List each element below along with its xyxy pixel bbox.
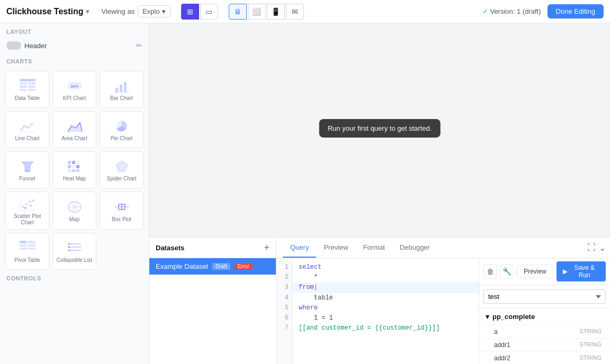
field-type-addr2: STRING	[579, 354, 602, 362]
query-editor[interactable]: 1 2 3 4 5 6 7 select * from| table whe	[276, 258, 479, 364]
data-table-icon	[19, 78, 36, 93]
play-icon: ▶	[563, 268, 568, 275]
svg-rect-24	[68, 169, 71, 172]
app-title: Clickhouse Testing ▾	[6, 7, 89, 16]
chart-item-pie[interactable]: Pie Chart	[100, 111, 143, 148]
svg-rect-0	[20, 79, 35, 81]
collapse-button[interactable]: ⌄	[599, 243, 606, 253]
tab-format[interactable]: Format	[356, 238, 392, 258]
version-label: ✓ Version: 1 (draft)	[482, 7, 541, 15]
chart-item-kpi[interactable]: KPI KPI Chart	[52, 71, 96, 108]
mobile-view-btn[interactable]: 📱	[267, 4, 285, 20]
delete-button[interactable]: 🗑	[483, 264, 497, 279]
settings-button[interactable]: 🔧	[500, 264, 513, 279]
kpi-chart-label: KPI Chart	[63, 95, 86, 102]
code-content[interactable]: select * from| table where 1 = 1 [[and c…	[292, 258, 479, 364]
desktop-view-btn[interactable]: ⊞	[181, 4, 199, 20]
header-edit-button[interactable]: ✏	[136, 41, 142, 50]
svg-point-30	[22, 206, 24, 208]
chart-item-scatter[interactable]: Scatter Plot Chart	[5, 192, 49, 230]
chart-item-area[interactable]: Area Chart	[52, 111, 96, 148]
explo-dropdown[interactable]: Explo ▾	[138, 5, 171, 17]
sidebar: Layout Header ✏ Charts D	[0, 23, 149, 364]
schema-panel: ▾ pp_complete a STRING addr1 STRING ad	[479, 308, 610, 364]
chart-item-pivot[interactable]: Pivot Table	[5, 233, 49, 270]
svg-rect-52	[28, 248, 35, 250]
svg-rect-51	[20, 248, 26, 250]
pie-chart-icon	[113, 119, 130, 133]
svg-point-32	[24, 207, 26, 209]
dataset-badge-draft: Draft	[212, 263, 230, 270]
line-chart-icon	[19, 119, 36, 133]
device-toggle-group: 🖥 ⬜ 📱 ✉	[229, 4, 304, 20]
query-tabs: Query Preview Format Debugger	[276, 238, 587, 258]
svg-rect-20	[76, 161, 79, 164]
explo-chevron-icon: ▾	[162, 7, 166, 15]
save-run-button[interactable]: ▶ Save & Run	[557, 261, 606, 281]
chart-item-map[interactable]: Map	[52, 192, 96, 230]
bar-chart-icon	[113, 78, 130, 93]
tab-debugger[interactable]: Debugger	[392, 238, 437, 258]
field-name-addr2: addr2	[494, 354, 510, 362]
empty-state-message: Run your first query to get started.	[319, 119, 441, 138]
tablet-view-btn[interactable]: ⬜	[248, 4, 266, 20]
tab-query[interactable]: Query	[283, 238, 316, 258]
main-content: Run your first query to get started. Dat…	[149, 23, 610, 364]
header-toggle-switch[interactable]	[6, 41, 21, 50]
svg-rect-21	[68, 165, 71, 168]
svg-rect-3	[20, 86, 27, 88]
schema-row-addr2: addr2 STRING	[479, 351, 610, 364]
schema-row-a: a STRING	[479, 325, 610, 338]
svg-rect-4	[28, 86, 35, 88]
bar-chart-label: Bar Chart	[110, 95, 133, 102]
svg-rect-49	[20, 244, 26, 247]
spider-chart-icon	[113, 159, 130, 174]
datasets-title: Datasets	[156, 244, 184, 252]
field-name-a: a	[494, 328, 498, 335]
title-chevron-icon[interactable]: ▾	[86, 8, 89, 15]
dropdown-row: test	[479, 285, 610, 308]
chart-item-collapsible[interactable]: Collapsible List	[52, 233, 96, 270]
viewing-as-label: Viewing as Explo ▾	[102, 5, 171, 17]
schema-group-header[interactable]: ▾ pp_complete	[479, 308, 610, 325]
collapsible-list-icon	[66, 240, 83, 255]
line-chart-label: Line Chart	[15, 135, 39, 142]
charts-section-title: Charts	[0, 53, 149, 68]
add-dataset-button[interactable]: +	[264, 243, 270, 252]
top-bar: Clickhouse Testing ▾ Viewing as Explo ▾ …	[0, 0, 610, 23]
expand-button[interactable]: ⛶	[587, 243, 596, 252]
pivot-table-icon	[19, 240, 36, 255]
preview-button[interactable]: Preview	[517, 265, 553, 278]
split-view-btn[interactable]: ▭	[200, 4, 218, 20]
bottom-panel: Datasets + Query Preview Format Debugger…	[149, 237, 610, 364]
pie-chart-label: Pie Chart	[111, 135, 133, 142]
chart-item-spider[interactable]: Spider Chart	[100, 151, 143, 188]
canvas-area[interactable]: Run your first query to get started.	[149, 23, 610, 237]
header-toggle[interactable]: Header	[6, 41, 47, 50]
chart-item-funnel[interactable]: Funnel	[5, 151, 49, 188]
svg-rect-47	[20, 241, 26, 243]
collapsible-list-label: Collapsible List	[57, 257, 92, 263]
svg-text:KPI: KPI	[71, 84, 78, 89]
svg-marker-16	[21, 161, 34, 170]
schema-dropdown[interactable]: test	[483, 289, 606, 304]
chart-item-heatmap[interactable]: Heat Map	[52, 151, 96, 188]
done-editing-button[interactable]: Done Editing	[548, 4, 604, 19]
chart-item-bar[interactable]: Bar Chart	[100, 71, 143, 108]
chart-item-data-table[interactable]: Data Table	[5, 71, 49, 108]
monitor-view-btn[interactable]: 🖥	[229, 4, 247, 20]
header-row: Header ✏	[0, 38, 149, 53]
dataset-item-example[interactable]: Example Dataset Draft Error	[149, 258, 276, 275]
email-view-btn[interactable]: ✉	[286, 4, 304, 20]
svg-rect-48	[28, 241, 35, 243]
right-panel-toolbar: 🗑 🔧 Preview ▶ Save & Run	[479, 258, 610, 285]
scatter-chart-label: Scatter Plot Chart	[8, 213, 47, 226]
controls-section-title: Controls	[0, 273, 149, 285]
chart-item-line[interactable]: Line Chart	[5, 111, 49, 148]
schema-row-addr1: addr1 STRING	[479, 338, 610, 351]
dataset-name: Example Dataset	[156, 262, 208, 270]
heatmap-icon	[66, 159, 83, 174]
tab-preview[interactable]: Preview	[316, 238, 355, 258]
chart-item-box[interactable]: Box Plot	[100, 192, 143, 230]
datasets-header: Datasets +	[149, 238, 276, 258]
